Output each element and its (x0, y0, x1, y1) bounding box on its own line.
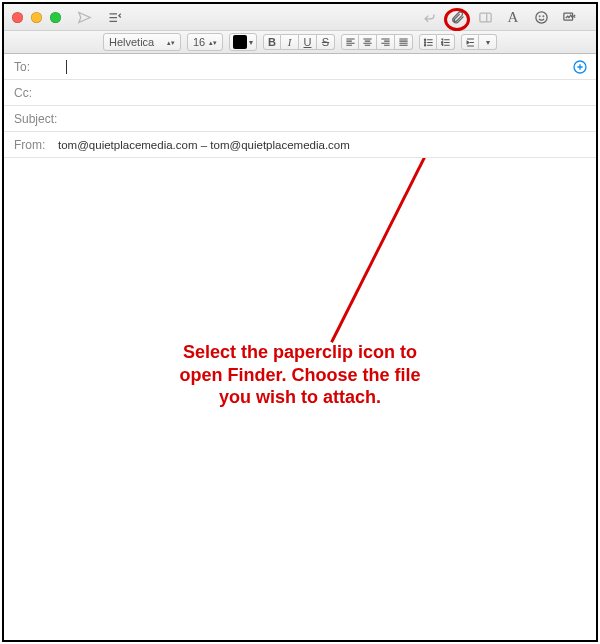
to-label: To: (14, 60, 64, 74)
svg-point-2 (539, 15, 540, 16)
stepper-icon: ▴▾ (209, 40, 217, 45)
from-label: From: (14, 138, 58, 152)
bold-button[interactable]: B (263, 34, 281, 50)
align-center-icon[interactable] (359, 34, 377, 50)
text-style-group: B I U S (263, 34, 335, 50)
close-icon[interactable] (12, 12, 23, 23)
annotation-line3: you wish to attach. (4, 386, 596, 409)
header-options-icon[interactable] (101, 7, 127, 27)
svg-point-7 (424, 44, 425, 45)
mail-compose-window: A Helvetica ▴▾ 16 ▴▾ ▾ B I U S (2, 2, 598, 642)
font-family-select[interactable]: Helvetica ▴▾ (103, 33, 181, 51)
text-color-picker[interactable]: ▾ (229, 33, 257, 51)
annotation-text: Select the paperclip icon to open Finder… (4, 341, 596, 409)
emoji-icon[interactable] (528, 7, 554, 27)
text-caret (66, 60, 67, 74)
svg-point-5 (424, 39, 425, 40)
svg-point-1 (535, 11, 546, 22)
stepper-icon: ▴▾ (167, 40, 175, 45)
format-toolbar: Helvetica ▴▾ 16 ▴▾ ▾ B I U S ▾ (4, 30, 596, 54)
svg-line-9 (332, 158, 435, 342)
indent-dropdown[interactable]: ▾ (479, 34, 497, 50)
number-list-icon[interactable] (437, 34, 455, 50)
alignment-group (341, 34, 413, 50)
attach-icon[interactable] (444, 7, 470, 27)
svg-point-3 (543, 15, 544, 16)
indent-group: ▾ (461, 34, 497, 50)
chevron-down-icon: ▾ (249, 38, 253, 47)
font-size-value: 16 (193, 36, 205, 48)
from-row[interactable]: From: tom@quietplacemedia.com – tom@quie… (4, 132, 596, 158)
list-group (419, 34, 455, 50)
annotation-line2: open Finder. Choose the file (4, 364, 596, 387)
media-browser-icon[interactable] (556, 7, 582, 27)
align-left-icon[interactable] (341, 34, 359, 50)
svg-rect-0 (479, 13, 490, 22)
cc-row[interactable]: Cc: (4, 80, 596, 106)
subject-label: Subject: (14, 112, 68, 126)
traffic-lights (12, 12, 61, 23)
send-icon[interactable] (71, 7, 97, 27)
window-titlebar: A (4, 4, 596, 30)
indent-button[interactable] (461, 34, 479, 50)
reply-icon[interactable] (416, 7, 442, 27)
align-right-icon[interactable] (377, 34, 395, 50)
message-body[interactable]: Select the paperclip icon to open Finder… (4, 158, 596, 640)
svg-point-6 (424, 41, 425, 42)
add-recipient-icon[interactable] (572, 59, 588, 75)
italic-button[interactable]: I (281, 34, 299, 50)
underline-button[interactable]: U (299, 34, 317, 50)
font-size-select[interactable]: 16 ▴▾ (187, 33, 223, 51)
chevron-down-icon: ▾ (486, 38, 490, 47)
annotation-line1: Select the paperclip icon to (4, 341, 596, 364)
subject-row[interactable]: Subject: (4, 106, 596, 132)
strikethrough-button[interactable]: S (317, 34, 335, 50)
format-icon[interactable]: A (500, 7, 526, 27)
align-justify-icon[interactable] (395, 34, 413, 50)
annotation-arrow (4, 158, 596, 418)
sidebar-icon[interactable] (472, 7, 498, 27)
from-value: tom@quietplacemedia.com – tom@quietplace… (58, 139, 350, 151)
minimize-icon[interactable] (31, 12, 42, 23)
font-family-value: Helvetica (109, 36, 154, 48)
color-swatch-icon (233, 35, 247, 49)
cc-label: Cc: (14, 86, 64, 100)
zoom-icon[interactable] (50, 12, 61, 23)
to-row[interactable]: To: (4, 54, 596, 80)
bullet-list-icon[interactable] (419, 34, 437, 50)
compose-header: To: Cc: Subject: From: tom@quietplacemed… (4, 54, 596, 158)
